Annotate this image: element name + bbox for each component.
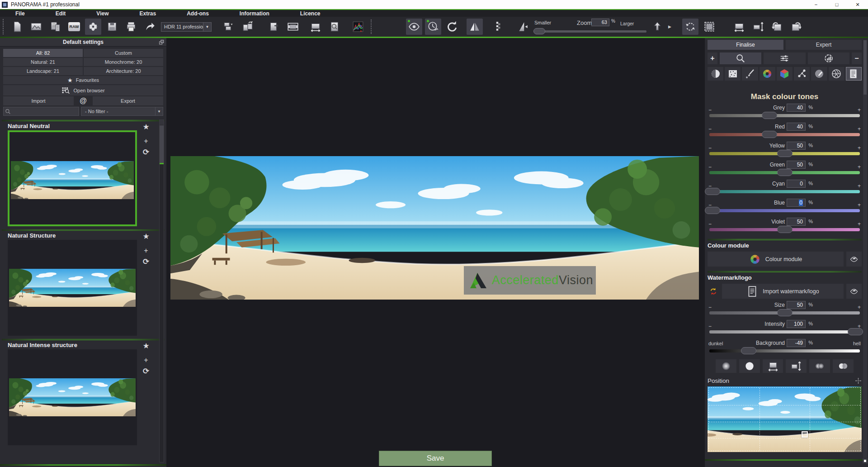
open-image-button[interactable] — [28, 19, 44, 35]
close-button[interactable]: ✕ — [847, 0, 868, 9]
increase-button[interactable]: + — [858, 126, 861, 132]
slider-thumb[interactable] — [777, 309, 793, 316]
increase-button[interactable]: + — [858, 183, 861, 189]
slider-value-input[interactable]: 0 — [787, 180, 806, 188]
save-button[interactable]: Save — [379, 451, 492, 466]
tool-contrast[interactable] — [708, 67, 723, 81]
slider-track[interactable] — [709, 311, 860, 315]
decrease-button[interactable]: − — [708, 145, 712, 151]
expand-arrow-icon[interactable]: ▶ — [668, 24, 671, 29]
adjustments-button[interactable] — [764, 52, 805, 64]
export-presets-button[interactable]: Export — [93, 96, 163, 105]
vignette-hard-button[interactable] — [739, 359, 760, 373]
menu-extras[interactable]: Extras — [124, 10, 171, 17]
refresh-preset-icon[interactable]: ⟳ — [141, 147, 151, 157]
image-canvas[interactable]: AcceleratedVision Save — [166, 38, 704, 467]
full-view-button[interactable] — [285, 19, 301, 35]
slider-thumb[interactable] — [705, 207, 720, 214]
slider-thumb[interactable] — [777, 150, 793, 157]
decrease-button[interactable]: − — [708, 107, 712, 113]
slider-value-input[interactable]: 40 — [787, 104, 806, 112]
slider-value-input[interactable]: 50 — [787, 142, 806, 150]
search-tools-button[interactable] — [720, 52, 761, 64]
slider-track[interactable] — [709, 349, 860, 353]
menu-licence[interactable]: Licence — [285, 10, 336, 17]
toolbar-drag-handle[interactable] — [3, 19, 5, 34]
slider-thumb[interactable] — [777, 226, 793, 233]
panel-scrollbar[interactable] — [863, 40, 867, 458]
tool-shutter[interactable] — [829, 67, 844, 81]
blend-hard-button[interactable] — [833, 359, 854, 373]
filter-dropdown[interactable]: - No filter - ▼ — [81, 107, 163, 116]
slider-thumb[interactable] — [762, 112, 777, 119]
remove-section-button[interactable]: − — [852, 52, 862, 64]
preview-button[interactable] — [326, 19, 343, 35]
increase-button[interactable]: + — [858, 304, 861, 310]
menu-information[interactable]: Information — [224, 10, 285, 17]
menu-addons[interactable]: Add-ons — [171, 10, 224, 17]
histogram-button[interactable] — [350, 19, 366, 35]
split-view-button[interactable] — [489, 19, 505, 35]
tool-brush[interactable] — [742, 67, 758, 81]
increase-button[interactable]: + — [858, 202, 861, 208]
open-browser-button[interactable]: Open browser — [3, 85, 163, 95]
watermark-apply-button[interactable] — [846, 284, 862, 299]
slider-value-input[interactable]: -49 — [787, 339, 806, 347]
print-button[interactable] — [123, 19, 139, 35]
export-button[interactable] — [142, 19, 158, 35]
auto-settings-button[interactable] — [808, 52, 849, 64]
refresh-preset-icon[interactable]: ⟳ — [141, 366, 151, 376]
vignette-soft-button[interactable] — [716, 359, 736, 373]
stretch-width-button[interactable] — [763, 359, 783, 373]
undock-icon[interactable] — [159, 39, 165, 45]
slider-value-input[interactable]: 0 — [787, 199, 806, 207]
menu-view[interactable]: View — [81, 10, 124, 17]
refresh-preset-icon[interactable]: ⟳ — [141, 256, 151, 267]
blend-soft-button[interactable] — [809, 359, 830, 373]
menu-edit[interactable]: Edit — [40, 10, 81, 17]
flip-horizontal-button[interactable] — [467, 19, 483, 35]
decrease-button[interactable]: − — [708, 126, 712, 132]
preset-search-input[interactable] — [3, 107, 79, 116]
move-cross-icon[interactable] — [855, 377, 862, 384]
preset-thumbnail[interactable] — [8, 240, 137, 336]
stack-settings-button[interactable] — [221, 19, 237, 35]
slider-value-input[interactable]: 50 — [787, 218, 806, 226]
favourite-star-icon[interactable]: ★ — [141, 231, 151, 242]
colour-module-apply-button[interactable] — [846, 252, 862, 267]
tool-colour-cube[interactable] — [777, 67, 793, 81]
batch-button[interactable] — [47, 19, 63, 35]
settings-button[interactable] — [85, 19, 101, 35]
import-button[interactable]: Import — [3, 96, 74, 105]
slider-track[interactable] — [709, 209, 860, 212]
preview-toggle-button[interactable] — [406, 19, 422, 35]
slider-track[interactable] — [709, 152, 860, 155]
decrease-button[interactable]: − — [708, 323, 712, 329]
redo-button[interactable] — [444, 19, 460, 35]
tool-script[interactable] — [846, 67, 862, 81]
fit-width-button[interactable] — [307, 19, 324, 35]
scrollbar-up-arrow[interactable] — [160, 120, 164, 125]
slider-track[interactable] — [709, 171, 860, 174]
zoom-value-input[interactable]: 63 — [591, 19, 609, 26]
preset-thumbnail-selected[interactable] — [8, 130, 137, 226]
raw-button[interactable]: RAW — [66, 19, 82, 35]
tool-nodes[interactable] — [794, 67, 810, 81]
slider-thumb[interactable] — [705, 188, 720, 195]
tool-grain[interactable] — [725, 67, 741, 81]
add-preset-icon[interactable]: + — [141, 355, 151, 366]
position-preview[interactable] — [708, 386, 862, 452]
format-selector[interactable]: HDR 11 professional ▼ — [161, 22, 212, 32]
filter-monochrome[interactable]: Monochrome: 20 — [84, 58, 163, 66]
slider-thumb[interactable] — [741, 347, 756, 354]
preset-thumbnail[interactable] — [8, 349, 137, 445]
watermark-position-marker[interactable] — [802, 431, 808, 438]
slider-thumb[interactable] — [777, 169, 793, 176]
menu-file[interactable]: File — [0, 10, 40, 17]
tab-expert[interactable]: Expert — [786, 40, 862, 50]
import-watermark-button[interactable]: Import watermark/logo — [722, 284, 844, 299]
favourite-star-icon[interactable]: ★ — [141, 121, 151, 132]
slider-thumb[interactable] — [848, 328, 863, 335]
slider-value-input[interactable]: 100 — [787, 320, 806, 328]
maximize-button[interactable]: □ — [826, 0, 847, 9]
